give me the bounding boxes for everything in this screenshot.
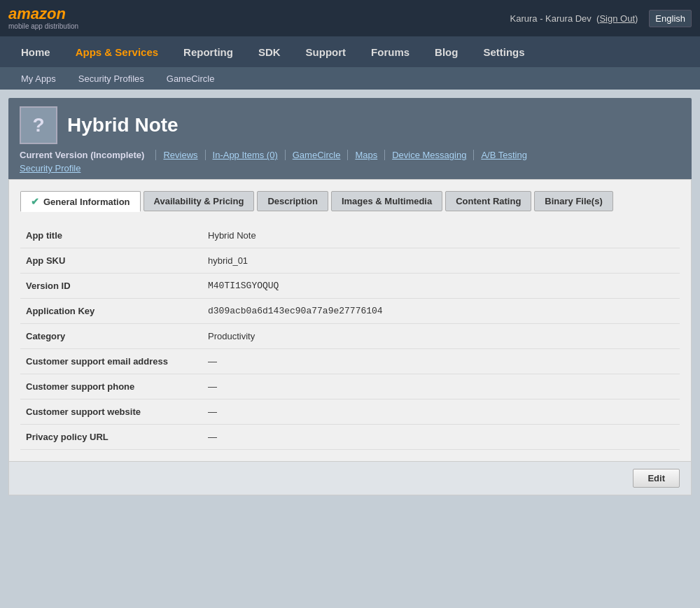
field-label: Category	[20, 324, 202, 349]
field-value: —	[202, 425, 680, 450]
tab-availability-pricing[interactable]: Availability & Pricing	[144, 191, 255, 211]
subnav-my-apps[interactable]: My Apps	[11, 67, 66, 90]
user-info: Karura - Karura Dev (Sign Out)	[510, 13, 638, 24]
edit-row: Edit	[9, 461, 691, 495]
username: Karura - Karura Dev	[510, 13, 592, 24]
meta-link-ab-testing[interactable]: A/B Testing	[474, 150, 534, 160]
meta-link-device-messaging[interactable]: Device Messaging	[385, 150, 474, 160]
meta-link-maps[interactable]: Maps	[348, 150, 385, 160]
table-row: Category Productivity	[20, 324, 680, 349]
table-row: Customer support phone —	[20, 374, 680, 400]
nav-blog[interactable]: Blog	[422, 36, 470, 67]
field-value: hybrid_01	[202, 248, 680, 274]
nav-forums[interactable]: Forums	[358, 36, 422, 67]
field-value: —	[202, 400, 680, 425]
tab-images-multimedia[interactable]: Images & Multimedia	[331, 191, 442, 211]
table-row: App title Hybrid Note	[20, 223, 680, 248]
subnav-gamecircle[interactable]: GameCircle	[157, 67, 225, 90]
app-icon: ?	[20, 106, 57, 144]
nav-home[interactable]: Home	[8, 36, 63, 67]
table-row: Customer support website —	[20, 400, 680, 425]
tab-general-information[interactable]: ✔ General Information	[20, 191, 141, 212]
nav-support[interactable]: Support	[293, 36, 359, 67]
edit-button[interactable]: Edit	[633, 469, 680, 488]
logo-area: amazon mobile app distribution	[8, 6, 78, 30]
info-table-body: App title Hybrid Note App SKU hybrid_01 …	[20, 223, 680, 450]
table-row: Customer support email address —	[20, 349, 680, 374]
field-label: Customer support website	[20, 400, 202, 425]
table-row: Application Key d309acb0a6d143ec90a77a9e…	[20, 299, 680, 324]
app-header: ? Hybrid Note Current Version (Incomplet…	[8, 98, 692, 160]
nav-apps-services[interactable]: Apps & Services	[63, 36, 171, 67]
meta-link-in-app-items[interactable]: In-App Items (0)	[206, 150, 286, 160]
signout-link[interactable]: Sign Out	[599, 13, 635, 24]
field-value: —	[202, 349, 680, 374]
field-label: App SKU	[20, 248, 202, 274]
app-meta-row: Current Version (Incomplete) Reviews In-…	[20, 150, 680, 160]
top-right-area: Karura - Karura Dev (Sign Out) English	[510, 10, 692, 27]
top-bar: amazon mobile app distribution Karura - …	[0, 0, 700, 36]
field-value-mono: M40TI1SGYOQUQ	[202, 274, 680, 299]
nav-sdk[interactable]: SDK	[246, 36, 293, 67]
security-profile-link[interactable]: Security Profile	[20, 163, 80, 174]
content-area: ? Hybrid Note Current Version (Incomplet…	[0, 90, 700, 608]
field-label: Version ID	[20, 274, 202, 299]
field-value: Productivity	[202, 324, 680, 349]
sub-navigation: My Apps Security Profiles GameCircle	[0, 67, 700, 90]
tabs-row: ✔ General Information Availability & Pri…	[20, 191, 680, 212]
subnav-security-profiles[interactable]: Security Profiles	[69, 67, 154, 90]
table-row: Privacy policy URL —	[20, 425, 680, 450]
table-row: Version ID M40TI1SGYOQUQ	[20, 274, 680, 299]
app-title: Hybrid Note	[67, 114, 178, 136]
field-label: App title	[20, 223, 202, 248]
language-selector[interactable]: English	[649, 10, 692, 27]
main-card: ✔ General Information Availability & Pri…	[8, 179, 692, 495]
tab-binary-files[interactable]: Binary File(s)	[534, 191, 612, 211]
field-label: Application Key	[20, 299, 202, 324]
tab-description[interactable]: Description	[257, 191, 328, 211]
main-navigation: Home Apps & Services Reporting SDK Suppo…	[0, 36, 700, 67]
security-profile-row: Security Profile	[8, 160, 692, 179]
nav-reporting[interactable]: Reporting	[171, 36, 246, 67]
field-value: Hybrid Note	[202, 223, 680, 248]
meta-link-reviews[interactable]: Reviews	[155, 150, 205, 160]
meta-link-gamecircle[interactable]: GameCircle	[286, 150, 349, 160]
field-label: Customer support phone	[20, 374, 202, 400]
tab-content-rating[interactable]: Content Rating	[445, 191, 531, 211]
field-value: —	[202, 374, 680, 400]
app-title-row: ? Hybrid Note	[20, 106, 680, 144]
info-table: App title Hybrid Note App SKU hybrid_01 …	[20, 223, 680, 450]
app-version: Current Version (Incomplete)	[20, 150, 144, 160]
nav-settings[interactable]: Settings	[470, 36, 537, 67]
field-value-mono: d309acb0a6d143ec90a77a9e27776104	[202, 299, 680, 324]
tab-check-icon: ✔	[31, 196, 39, 207]
amazon-logo: amazon	[8, 6, 78, 22]
field-label: Privacy policy URL	[20, 425, 202, 450]
field-label: Customer support email address	[20, 349, 202, 374]
logo-subtitle: mobile app distribution	[8, 22, 78, 30]
table-row: App SKU hybrid_01	[20, 248, 680, 274]
